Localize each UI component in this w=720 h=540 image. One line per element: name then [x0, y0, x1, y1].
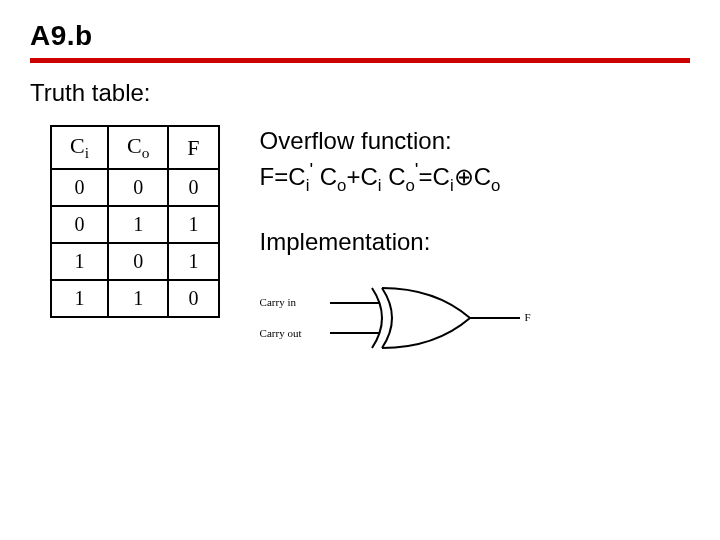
formula-var: C: [288, 163, 305, 190]
truth-table: Ci Co F 0 0 0 0 1 1: [50, 125, 220, 318]
xor-gate-icon: [260, 268, 580, 368]
formula-var: C: [433, 163, 450, 190]
formula-sub: o: [406, 176, 415, 195]
table-row: 1 0 1: [51, 243, 219, 280]
cell: 0: [168, 169, 218, 206]
cell: 1: [168, 243, 218, 280]
cell: 0: [51, 206, 108, 243]
col-header-co-var: C: [127, 133, 142, 158]
col-header-co: Co: [108, 126, 168, 169]
implementation-heading: Implementation:: [260, 226, 690, 258]
col-header-ci: Ci: [51, 126, 108, 169]
cell: 1: [108, 206, 168, 243]
cell: 1: [108, 280, 168, 317]
cell: 0: [108, 243, 168, 280]
cell: 0: [108, 169, 168, 206]
formula-eq: =: [419, 163, 433, 190]
truth-table-heading: Truth table:: [30, 79, 690, 107]
formula-prime: ': [309, 159, 313, 180]
table-row: 0 1 1: [51, 206, 219, 243]
formula-var: C: [360, 163, 377, 190]
formula-sub: i: [378, 176, 382, 195]
table-row: 1 1 0: [51, 280, 219, 317]
formula-plus: +: [346, 163, 360, 190]
table-row: 0 0 0: [51, 169, 219, 206]
formula-sub: o: [491, 176, 500, 195]
col-header-co-sub: o: [142, 144, 150, 161]
input-label-carry-out: Carry out: [260, 326, 302, 341]
overflow-formula: F=Ci' Co+Ci Co'=Ci⊕Co: [260, 157, 690, 197]
col-header-f: F: [168, 126, 218, 169]
cell: 0: [168, 280, 218, 317]
xor-gate-diagram: Carry in Carry out F: [260, 268, 690, 378]
formula-lhs: F=: [260, 163, 289, 190]
output-label-f: F: [525, 310, 531, 325]
cell: 0: [51, 169, 108, 206]
slide-title: A9.b: [30, 20, 690, 52]
formula-xor: ⊕: [454, 163, 474, 190]
cell: 1: [168, 206, 218, 243]
col-header-ci-var: C: [70, 133, 85, 158]
formula-var: C: [474, 163, 491, 190]
formula-var: C: [388, 163, 405, 190]
cell: 1: [51, 243, 108, 280]
formula-sub: o: [337, 176, 346, 195]
overflow-heading: Overflow function:: [260, 125, 690, 157]
formula-var: C: [320, 163, 337, 190]
input-label-carry-in: Carry in: [260, 295, 296, 310]
col-header-ci-sub: i: [85, 144, 89, 161]
title-underline: [30, 58, 690, 63]
cell: 1: [51, 280, 108, 317]
